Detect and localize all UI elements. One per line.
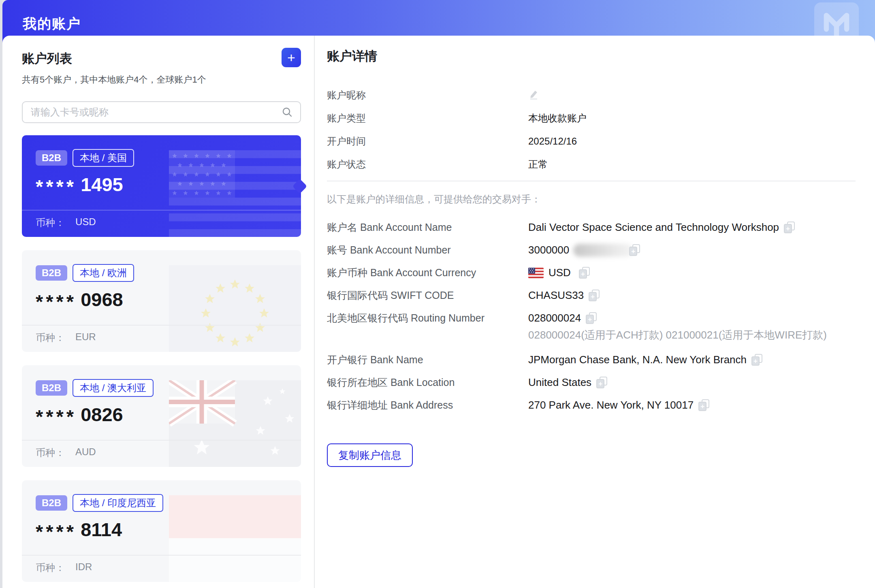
region-badge: 本地 / 欧洲 [73, 264, 134, 282]
copy-icon[interactable] [596, 377, 607, 388]
copy-icon[interactable] [589, 290, 600, 301]
us-flag-icon [528, 268, 544, 278]
australia-flag-watermark [169, 380, 301, 467]
b2b-badge: B2B [36, 150, 67, 166]
info-row-status: 账户状态 正常 [327, 158, 856, 171]
section-divider [327, 181, 856, 181]
account-card-usd[interactable]: B2B 本地 / 美国 ****1495 币种： USD [22, 135, 301, 237]
bank-row-swift: 银行国际代码 SWIFT CODE CHASUS33 [327, 288, 856, 303]
account-card-idr[interactable]: B2B 本地 / 印度尼西亚 ****8114 币种： IDR [22, 480, 301, 582]
edit-pencil-icon[interactable] [528, 88, 540, 100]
account-list-title: 账户列表 [22, 48, 72, 67]
search-input[interactable] [31, 107, 282, 118]
details-hint: 以下是账户的详细信息，可提供给您的交易对手： [327, 193, 856, 206]
routing-note: 028000024(适用于ACH打款) 021000021(适用于本地WIRE打… [528, 326, 829, 344]
card-currency: 币种： IDR [36, 561, 92, 574]
region-badge: 本地 / 澳大利亚 [73, 379, 154, 397]
bank-row-routing: 北美地区银行代码 Routing Number 028000024 [327, 311, 856, 325]
page-title: 我的账户 [23, 15, 81, 33]
content-panel: 账户列表 + 共有5个账户，其中本地账户4个，全球账户1个 [2, 36, 875, 588]
account-list-panel: 账户列表 + 共有5个账户，其中本地账户4个，全球账户1个 [2, 36, 301, 588]
account-summary: 共有5个账户，其中本地账户4个，全球账户1个 [22, 74, 301, 86]
account-details-title: 账户详情 [327, 48, 856, 65]
card-divider [22, 555, 301, 556]
account-cards: B2B 本地 / 美国 ****1495 币种： USD [22, 135, 301, 582]
copy-icon[interactable] [629, 244, 640, 256]
masked-number [573, 244, 633, 257]
copy-icon[interactable] [698, 399, 709, 411]
bank-row-address: 银行详细地址 Bank Address 270 Park Ave. New Yo… [327, 398, 856, 412]
copy-account-info-button[interactable]: 复制账户信息 [327, 443, 413, 467]
info-row-type: 账户类型 本地收款账户 [327, 111, 856, 125]
card-currency: 币种： USD [36, 216, 96, 229]
bank-row-bank-name: 开户银行 Bank Name JPMorgan Chase Bank, N.A.… [327, 353, 856, 367]
card-number: ****1495 [36, 173, 123, 198]
copy-icon[interactable] [579, 267, 590, 279]
info-row-nickname: 账户昵称 [327, 88, 856, 102]
b2b-badge: B2B [36, 380, 67, 396]
card-number: ****0968 [36, 288, 123, 313]
indonesia-flag-watermark [169, 495, 301, 582]
region-badge: 本地 / 印度尼西亚 [73, 494, 163, 512]
card-number: ****0826 [36, 403, 123, 428]
card-divider [22, 210, 301, 211]
region-badge: 本地 / 美国 [73, 149, 134, 167]
add-account-button[interactable]: + [282, 48, 301, 67]
account-card-eur[interactable]: B2B 本地 / 欧洲 ****0968 币种： EUR [22, 250, 301, 352]
card-currency: 币种： EUR [36, 331, 96, 344]
bank-row-location: 银行所在地区 Bank Location United States [327, 375, 856, 390]
us-flag-watermark [169, 150, 301, 237]
account-card-aud[interactable]: B2B 本地 / 澳大利亚 ****0826 币种： AUD [22, 365, 301, 467]
copy-icon[interactable] [586, 312, 597, 324]
bank-row-account-name: 账户名 Bank Account Name Dali Vector Space … [327, 220, 856, 234]
bank-row-account-number: 账号 Bank Account Number 3000000 [327, 243, 856, 257]
b2b-badge: B2B [36, 495, 67, 511]
card-divider [22, 325, 301, 326]
bank-row-currency: 账户币种 Bank Account Currency USD [327, 266, 856, 280]
account-details-panel: 账户详情 账户昵称 账户类型 本地收款账户 开户时间 2025/12/16 账户… [315, 36, 875, 588]
info-row-open-date: 开户时间 2025/12/16 [327, 134, 856, 148]
status-value: 正常 [528, 158, 548, 171]
b2b-badge: B2B [36, 265, 67, 281]
copy-icon[interactable] [784, 222, 795, 233]
card-number: ****8114 [36, 518, 122, 543]
search-box[interactable] [22, 101, 301, 123]
copy-icon[interactable] [751, 354, 762, 366]
eu-flag-watermark [169, 265, 301, 352]
card-divider [22, 440, 301, 441]
search-icon[interactable] [282, 107, 293, 118]
card-currency: 币种： AUD [36, 446, 96, 459]
